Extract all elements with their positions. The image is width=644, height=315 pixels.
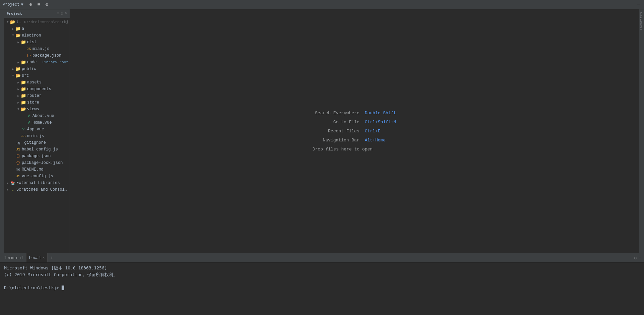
folder-icon: 📁 [21,100,26,105]
tree-node-a[interactable]: 📁a [4,25,70,32]
favorites-label[interactable]: Favorites [639,9,644,33]
terminal-tab-local[interactable]: Local × [26,253,48,262]
tree-node-package.json[interactable]: {}package.json [4,153,70,160]
tree-node-label: package.json [32,53,68,58]
navigation-bar-shortcut[interactable]: Alt+Home [365,138,386,143]
tree-node-components[interactable]: 📁components [4,86,70,92]
file-vue-icon: V [21,127,26,132]
tree-node-label: App.vue [27,127,68,132]
folder-open-icon: 📂 [21,107,26,112]
tree-node-src[interactable]: 📂src [4,72,70,79]
navigation-bar-row: Navigation Bar Alt+Home [313,138,396,143]
tree-node-main.js[interactable]: JSmain.js [4,133,70,139]
tree-arrow-icon [16,100,21,105]
file-js-icon: JS [26,46,31,52]
tree-node-views[interactable]: 📂views [4,106,70,113]
project-dropdown[interactable]: Project ▼ [3,2,23,7]
folder-icon: 📁 [21,80,26,85]
tree-node-ExternalLibraries[interactable]: 📚External Libraries [4,180,70,186]
tree-node-electron[interactable]: 📂electron [4,32,70,39]
terminal-line-1: Microsoft Windows [版本 10.0.18363.1256] [4,265,640,271]
tree-node-label: views [27,107,68,112]
recent-files-label: Recent Files [313,129,359,134]
panel-close-icon[interactable]: × [65,11,67,16]
title-bar-left: Project ▼ ⊕ ≡ ⚙ [3,2,50,7]
panel-header: Project ≡ ⚙ × [4,9,70,18]
tree-node-label: mian.js [32,47,68,51]
terminal-line-3 [4,278,640,285]
tree-node-label: package.json [22,154,68,159]
file-js-icon: JS [21,133,26,139]
file-vue-icon: V [26,113,31,119]
panel-settings-icon[interactable]: ⚙ [61,11,63,16]
sync-icon[interactable]: ⊕ [28,2,33,7]
search-everywhere-shortcut[interactable]: Double Shift [365,111,396,116]
go-to-file-shortcut[interactable]: Ctrl+Shift+N [365,120,396,125]
tree-node-package-lock.json[interactable]: {}package-lock.json [4,160,70,166]
file-md-icon: md [15,167,21,172]
file-json-icon: {} [15,160,21,166]
tree-node-dist[interactable]: 📁dist [4,39,70,46]
tree-node-label: components [27,87,68,91]
tree-arrow-icon [16,93,21,98]
tree-node-label: dist [27,40,68,45]
tree-node-testkj[interactable]: 📂testkjD:\dtelectron\testkj [4,19,70,25]
search-everywhere-row: Search Everywhere Double Shift [313,111,396,116]
tree-node-label: main.js [27,134,68,138]
navigation-bar-label: Navigation Bar [313,138,359,143]
panel-tree: 📂testkjD:\dtelectron\testkj📁a📂electron📁d… [4,18,70,253]
tree-node-tag: library root [42,60,68,64]
tree-node-public[interactable]: 📁public [4,66,70,72]
title-bar-controls: — [636,2,641,7]
tree-node-label: vue.config.js [22,174,68,179]
terminal-settings-icon[interactable]: ⚙ [634,255,637,261]
minimize-button[interactable]: — [636,2,641,7]
tree-arrow-icon [16,80,21,85]
tree-node-label: assets [27,80,68,85]
tree-node-label: package-lock.json [22,161,68,165]
tree-node-babel.config.js[interactable]: JSbabel.config.js [4,146,70,153]
terminal-minimize-icon[interactable]: — [639,255,641,260]
terminal-header-right: ⚙ — [634,255,641,261]
gear-icon[interactable]: ⚙ [44,2,50,7]
tree-node-Scratches[interactable]: ✏Scratches and Consoles [4,186,70,193]
tree-node-About.vue[interactable]: VAbout.vue [4,113,70,119]
tree-node-mian.js[interactable]: JSmian.js [4,46,70,52]
welcome-section: Search Everywhere Double Shift Go to Fil… [313,111,396,152]
tree-node-assets[interactable]: 📁assets [4,79,70,86]
left-strip [0,9,4,253]
tree-node-package.json-e[interactable]: {}package.json [4,52,70,59]
terminal-title: Terminal [3,256,25,260]
panel-header-icons: ≡ ⚙ × [57,11,67,16]
tree-node-label: Home.vue [32,120,68,125]
panel-collapse-icon[interactable]: ≡ [57,11,59,16]
tree-node-label: public [22,67,68,71]
terminal-content[interactable]: Microsoft Windows [版本 10.0.18363.1256] (… [0,263,644,315]
tree-node-README.md[interactable]: mdREADME.md [4,166,70,173]
folder-icon: 📁 [21,60,26,65]
settings-icon[interactable]: ≡ [36,2,42,7]
tree-node-label: .gitignore [22,140,68,145]
tree-node-.gitignore[interactable]: .g.gitignore [4,139,70,146]
tree-node-App.vue[interactable]: VApp.vue [4,126,70,133]
file-git-icon: .g [15,140,21,145]
recent-files-row: Recent Files Ctrl+E [313,129,396,134]
file-vue-icon: V [26,120,31,125]
tree-node-label: router [27,93,68,98]
dropdown-arrow-icon: ▼ [21,2,23,7]
tree-node-store[interactable]: 📁store [4,99,70,106]
tree-node-vue.config.js[interactable]: JSvue.config.js [4,173,70,180]
tree-node-node_modules[interactable]: 📁node_moduleslibrary root [4,59,70,66]
tree-node-label: README.md [22,167,68,172]
terminal-add-button[interactable]: + [49,255,54,261]
recent-files-shortcut[interactable]: Ctrl+E [365,129,381,134]
tree-arrow-icon [16,107,21,112]
tree-node-router[interactable]: 📁router [4,92,70,99]
editor-area: Search Everywhere Double Shift Go to Fil… [70,9,639,253]
tree-arrow-icon [11,33,15,38]
main-area: Project ≡ ⚙ × 📂testkjD:\dtelectron\testk… [0,9,644,253]
tree-node-Home.vue[interactable]: VHome.vue [4,119,70,126]
terminal-tabs: Terminal Local × + ⚙ — [0,253,644,263]
tree-node-label: a [22,26,68,31]
terminal-tab-close-icon[interactable]: × [43,256,45,260]
